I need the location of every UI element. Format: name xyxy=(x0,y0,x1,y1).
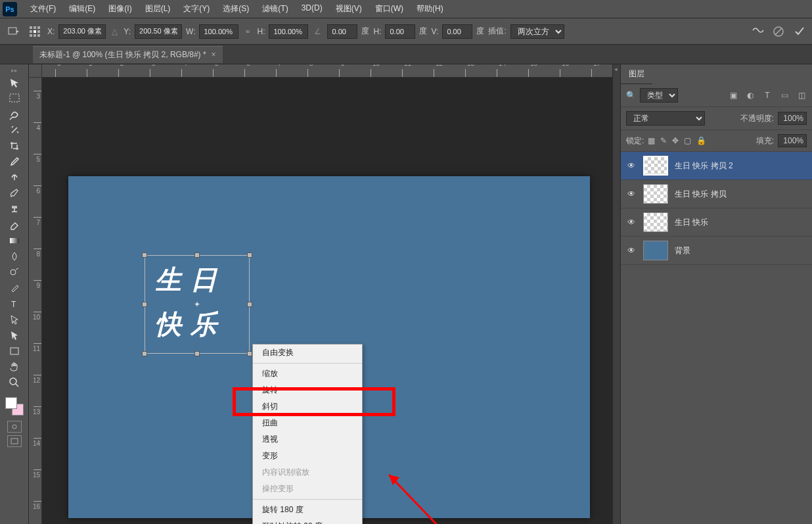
transform-handle-tl[interactable] xyxy=(142,252,147,258)
ref-point-icon[interactable] xyxy=(26,24,43,39)
lock-all-icon[interactable]: 🔒 xyxy=(696,136,706,145)
filter-shape-icon[interactable]: ▭ xyxy=(779,91,790,100)
move-tool-icon[interactable] xyxy=(5,75,24,91)
context-menu-item[interactable]: 旋转 180 度 xyxy=(253,502,362,518)
fill-value[interactable]: 100% xyxy=(778,134,807,147)
panel-collapse-strip[interactable]: ◂ xyxy=(612,64,620,524)
commit-transform-icon[interactable] xyxy=(792,24,807,39)
marquee-tool-icon[interactable] xyxy=(5,91,24,107)
menu-item[interactable]: 选择(S) xyxy=(216,3,256,14)
w-input[interactable] xyxy=(199,24,238,39)
angle-input[interactable] xyxy=(327,24,357,39)
brush-tool-icon[interactable] xyxy=(5,185,24,201)
interp-select[interactable]: 两次立方 xyxy=(510,24,564,39)
transform-handle-mr[interactable] xyxy=(247,302,252,307)
transform-handle-ml[interactable] xyxy=(142,302,147,307)
layer-visibility-icon[interactable]: 👁 xyxy=(626,189,637,199)
lock-transparency-icon[interactable]: ▦ xyxy=(648,136,655,145)
layer-filter-select[interactable]: 类型 xyxy=(640,88,678,103)
context-menu-item[interactable]: 旋转 xyxy=(253,382,362,398)
menu-item[interactable]: 文字(Y) xyxy=(177,3,216,14)
pen-tool-icon[interactable] xyxy=(5,280,24,296)
filter-pixels-icon[interactable]: ▣ xyxy=(728,91,738,100)
lasso-tool-icon[interactable] xyxy=(5,107,24,122)
transform-handle-br[interactable] xyxy=(247,351,252,356)
filter-adjust-icon[interactable]: ◐ xyxy=(745,91,756,100)
magic-wand-tool-icon[interactable] xyxy=(5,122,24,138)
menu-item[interactable]: 图层(L) xyxy=(139,3,177,14)
healing-tool-icon[interactable] xyxy=(5,170,24,185)
clone-tool-icon[interactable] xyxy=(5,201,24,217)
v-input[interactable] xyxy=(442,24,472,39)
cancel-transform-icon[interactable] xyxy=(771,24,786,39)
filter-smart-icon[interactable]: ◫ xyxy=(796,91,807,100)
transform-handle-bl[interactable] xyxy=(142,351,147,356)
quick-mask-icon[interactable] xyxy=(7,421,22,433)
y-input[interactable] xyxy=(135,24,182,39)
layer-thumbnail[interactable] xyxy=(643,156,668,176)
context-menu-item[interactable]: 扭曲 xyxy=(253,415,362,431)
layer-row[interactable]: 👁背景 xyxy=(621,237,812,265)
layers-panel-tab[interactable]: 图层 xyxy=(621,64,652,84)
hand-tool-icon[interactable] xyxy=(5,359,24,375)
warp-mode-icon[interactable] xyxy=(752,25,765,37)
menu-item[interactable]: 滤镜(T) xyxy=(256,3,294,14)
rectangle-tool-icon[interactable] xyxy=(5,343,24,359)
layer-thumbnail[interactable] xyxy=(643,241,668,260)
close-tab-icon[interactable]: × xyxy=(212,50,216,59)
layer-thumbnail[interactable] xyxy=(643,212,668,232)
transform-handle-bm[interactable] xyxy=(194,351,200,356)
lock-paint-icon[interactable]: ✎ xyxy=(660,136,667,145)
menu-item[interactable]: 编辑(E) xyxy=(62,3,102,14)
menu-item[interactable]: 图像(I) xyxy=(102,3,138,14)
blend-mode-select[interactable]: 正常 xyxy=(626,111,705,126)
context-menu-item[interactable]: 缩放 xyxy=(253,366,362,382)
eyedropper-tool-icon[interactable] xyxy=(5,154,24,170)
layer-row[interactable]: 👁生日 快乐 拷贝 xyxy=(621,180,812,208)
opacity-value[interactable]: 100% xyxy=(778,112,807,125)
foreground-color-swatch[interactable] xyxy=(5,397,17,409)
context-menu-item[interactable]: 变形 xyxy=(253,448,362,464)
lock-artboard-icon[interactable]: ▢ xyxy=(684,136,691,145)
context-menu-item[interactable]: 顺时针旋转 90 度 xyxy=(253,518,362,524)
menu-item[interactable]: 视图(V) xyxy=(329,3,369,14)
menu-item[interactable]: 文件(F) xyxy=(24,3,62,14)
eraser-tool-icon[interactable] xyxy=(5,217,24,233)
path-select-tool-icon[interactable] xyxy=(5,312,24,327)
smudge-tool-icon[interactable] xyxy=(5,249,24,264)
crop-tool-icon[interactable] xyxy=(5,138,24,154)
transform-handle-tr[interactable] xyxy=(247,252,252,258)
menu-item[interactable]: 窗口(W) xyxy=(369,3,410,14)
dodge-tool-icon[interactable] xyxy=(5,264,24,280)
layer-thumbnail[interactable] xyxy=(643,184,668,204)
svg-rect-7 xyxy=(30,34,32,37)
menu-item[interactable]: 帮助(H) xyxy=(410,3,450,14)
filter-type-icon[interactable]: T xyxy=(762,91,773,100)
x-input[interactable] xyxy=(58,24,106,39)
gradient-tool-icon[interactable] xyxy=(5,233,24,249)
context-menu-item[interactable]: 自由变换 xyxy=(253,345,362,361)
transform-center-icon[interactable]: ✦ xyxy=(193,300,201,308)
lock-position-icon[interactable]: ✥ xyxy=(672,136,679,145)
menu-item[interactable]: 3D(D) xyxy=(295,3,329,14)
canvas-area[interactable]: 01234567891011121314151617 3456789101112… xyxy=(29,64,620,524)
screen-mode-icon[interactable] xyxy=(7,435,22,447)
layer-visibility-icon[interactable]: 👁 xyxy=(626,246,637,255)
link-icon[interactable]: ⚭ xyxy=(242,27,253,36)
transform-bounding-box[interactable]: ✦ 生 日 快 乐 xyxy=(145,255,250,354)
h2-input[interactable] xyxy=(385,24,415,39)
h-input[interactable] xyxy=(269,24,308,39)
type-tool-icon[interactable]: T xyxy=(5,296,24,312)
layer-row[interactable]: 👁生日 快乐 xyxy=(621,208,812,237)
arrow-tool-icon[interactable] xyxy=(5,327,24,343)
layer-visibility-icon[interactable]: 👁 xyxy=(626,218,637,227)
layer-row[interactable]: 👁生日 快乐 拷贝 2 xyxy=(621,152,812,180)
context-menu-item[interactable]: 斜切 xyxy=(253,398,362,415)
color-swatch[interactable] xyxy=(5,397,24,416)
context-menu-item[interactable]: 透视 xyxy=(253,431,362,448)
transform-handle-tm[interactable] xyxy=(194,252,200,258)
toolbox-collapse-icon[interactable]: ▸▸ xyxy=(0,67,28,74)
zoom-tool-icon[interactable] xyxy=(5,375,24,391)
layer-visibility-icon[interactable]: 👁 xyxy=(626,161,637,170)
document-tab[interactable]: 未标题-1 @ 100% (生日 快乐 拷贝 2, RGB/8#) * × xyxy=(33,46,223,63)
